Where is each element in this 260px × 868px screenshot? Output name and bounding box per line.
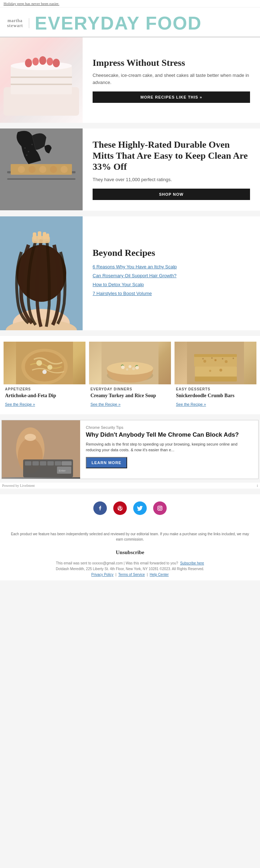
ad-powered-by: Powered by LiveIntent [2,484,35,488]
svg-rect-10 [0,37,83,123]
svg-point-56 [219,369,222,372]
unsubscribe-link[interactable]: Unsubscribe [116,549,144,555]
brand-line2: stewart [7,23,23,28]
svg-rect-70 [62,461,72,465]
twitter-svg [137,505,143,511]
recipe-link-2[interactable]: See the Recipe » [90,402,120,406]
svg-point-75 [159,507,161,509]
svg-rect-67 [40,461,46,465]
svg-rect-74 [158,506,162,510]
footer-address: Dotdash Meredith, 225 Liberty St. 4th Fl… [7,566,253,572]
pinterest-svg [117,505,123,511]
beyond-link-2[interactable]: Can Rosemary Oil Support Hair Growth? [93,273,177,278]
svg-point-15 [18,166,25,173]
footer-email-line: This email was sent to xxxxxx@gmail.com … [7,561,253,566]
recipe-link-1[interactable]: See the Recipe » [5,402,35,406]
ad-info-icon[interactable]: i [257,484,258,488]
svg-point-76 [161,507,162,507]
ad-title: Why Didn't Anybody Tell Me Chrome Can Bl… [86,431,253,439]
beyond-section: Beyond Recipes 6 Reasons Why You Have an… [0,216,260,330]
svg-rect-32 [46,233,49,239]
pasta-illustration [4,342,85,384]
svg-point-23 [31,144,33,145]
ad-image: Enter [2,420,80,479]
svg-point-58 [211,357,213,359]
recipe-image-3 [175,342,256,384]
header: martha stewart EVERYDAY FOOD [0,7,260,37]
svg-point-38 [42,370,47,374]
privacy-policy-link[interactable]: Privacy Policy [91,573,113,577]
subscribe-here-link[interactable]: Subscribe here [180,561,204,565]
svg-point-59 [222,358,223,359]
bars-image [175,342,256,384]
section-gap-2 [0,211,260,216]
top-bar: Holiday prep has never been easier. [0,0,260,7]
beyond-link-1[interactable]: 6 Reasons Why You Have an Itchy Scalp [93,264,177,269]
recipe-grid: APPETIZERS Artichoke-and-Feta Dip See th… [0,336,260,414]
svg-point-19 [61,166,68,173]
recipe-link-3[interactable]: See the Recipe » [176,402,206,406]
feature-body-2: They have over 11,000 perfect ratings. [93,176,250,183]
svg-point-57 [202,358,204,359]
ad-label: Chrome Security Tips [86,425,253,430]
feature-cta-1[interactable]: MORE RECIPES LIKE THIS » [93,91,250,103]
feature-section-1: Impress Without Stress Cheesecake, ice-c… [0,37,260,123]
beyond-link-item-1: 6 Reasons Why You Have an Itchy Scalp [93,263,250,270]
feature-section-2: These Highly-Rated Durable Oven Mitts Th… [0,128,260,211]
facebook-icon[interactable] [93,501,107,515]
recipe-card-body-2: EVERYDAY DINNERS Creamy Turkey and Rice … [89,384,171,409]
section-gap-1 [0,123,260,128]
beyond-link-item-2: Can Rosemary Oil Support Hair Growth? [93,272,250,279]
instagram-icon[interactable] [153,501,167,515]
top-bar-link[interactable]: Holiday prep has never been easier. [4,1,59,6]
beyond-link-3[interactable]: How to Detox Your Scalp [93,282,144,287]
keyboard-image: Enter [2,420,80,479]
cake-illustration [0,37,83,123]
bars-illustration [175,342,256,384]
ad-section: Enter Chrome Security Tips Why Didn't An… [1,420,259,479]
svg-point-16 [28,166,36,173]
svg-rect-51 [195,377,237,382]
pinterest-icon[interactable] [113,501,127,515]
feature-cta-2[interactable]: SHOP NOW [93,189,250,200]
svg-rect-31 [43,232,46,239]
svg-point-46 [132,367,135,370]
feature-image-1 [0,37,83,123]
feature-content-2: These Highly-Rated Durable Oven Mitts Th… [83,128,260,211]
beyond-links-list: 6 Reasons Why You Have an Itchy Scalp Ca… [93,263,250,299]
beyond-link-item-4: 7 Hairstyles to Boost Volume [93,290,250,296]
social-section [0,494,260,528]
svg-point-55 [209,370,211,372]
feature-image-3 [0,216,83,330]
recipe-card-3: EASY DESSERTS Snickerdoodle Crumb Bars S… [175,342,256,409]
recipe-title-1: Artichoke-and-Feta Dip [5,393,84,399]
svg-rect-13 [7,178,76,180]
recipe-card-1: APPETIZERS Artichoke-and-Feta Dip See th… [4,342,85,409]
footer-disclaimer: Each product we feature has been indepen… [0,528,260,546]
pasta-image [4,342,85,384]
instagram-svg [157,505,163,511]
twitter-icon[interactable] [133,501,147,515]
feature-body-1: Cheesecake, ice-cream cake, and sheet ca… [93,72,250,86]
mitts-illustration [0,128,83,210]
help-link[interactable]: Help Center [150,573,168,577]
feature-headline-2: These Highly-Rated Durable Oven Mitts Th… [93,139,250,173]
recipe-card-body-3: EASY DESSERTS Snickerdoodle Crumb Bars S… [175,384,256,409]
svg-rect-29 [33,232,36,240]
svg-rect-50 [195,367,237,377]
unsubscribe-section: Unsubscribe [0,546,260,559]
soup-image [89,342,171,384]
svg-point-37 [47,365,52,370]
svg-rect-68 [47,461,54,465]
svg-rect-30 [38,231,41,239]
svg-point-35 [25,352,64,382]
terms-link[interactable]: Terms of Service [118,573,145,577]
svg-rect-66 [32,461,39,465]
social-icons-row [7,501,253,515]
recipe-image-1 [4,342,85,384]
footer-links: Privacy Policy | Terms of Service | Help… [7,572,253,578]
ad-cta-button[interactable]: LEARN MORE [86,457,127,468]
beyond-link-4[interactable]: 7 Hairstyles to Boost Volume [93,291,152,296]
recipe-category-2: EVERYDAY DINNERS [90,387,170,391]
facebook-svg [97,505,103,511]
